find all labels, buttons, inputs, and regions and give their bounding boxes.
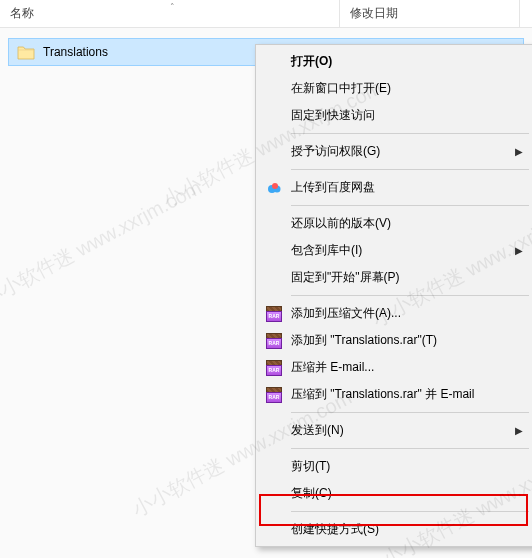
menu-upload-baidu[interactable]: 上传到百度网盘 — [259, 174, 531, 201]
menu-cut[interactable]: 剪切(T) — [259, 453, 531, 480]
menu-copy[interactable]: 复制(C) — [259, 480, 531, 507]
spacer-icon — [263, 484, 285, 504]
rar-icon: RAR — [263, 331, 285, 351]
menu-separator — [291, 448, 529, 449]
spacer-icon — [263, 520, 285, 540]
menu-add-rar[interactable]: RAR 添加到 "Translations.rar"(T) — [259, 327, 531, 354]
column-header-row: 名称 ˄ 修改日期 — [0, 0, 532, 28]
menu-separator — [291, 205, 529, 206]
menu-add-archive[interactable]: RAR 添加到压缩文件(A)... — [259, 300, 531, 327]
spacer-icon — [263, 214, 285, 234]
spacer-icon — [263, 52, 285, 72]
submenu-arrow-icon: ▶ — [515, 245, 523, 256]
submenu-arrow-icon: ▶ — [515, 425, 523, 436]
menu-separator — [291, 169, 529, 170]
spacer-icon — [263, 421, 285, 441]
column-header-name-label: 名称 — [10, 5, 34, 22]
menu-separator — [291, 133, 529, 134]
rar-icon: RAR — [263, 304, 285, 324]
menu-restore-versions[interactable]: 还原以前的版本(V) — [259, 210, 531, 237]
menu-send-to[interactable]: 发送到(N) ▶ — [259, 417, 531, 444]
menu-pin-quick-access[interactable]: 固定到快速访问 — [259, 102, 531, 129]
column-header-date[interactable]: 修改日期 — [340, 0, 520, 27]
rar-icon: RAR — [263, 358, 285, 378]
rar-icon: RAR — [263, 385, 285, 405]
spacer-icon — [263, 142, 285, 162]
menu-create-shortcut[interactable]: 创建快捷方式(S) — [259, 516, 531, 543]
menu-open[interactable]: 打开(O) — [259, 48, 531, 75]
spacer-icon — [263, 457, 285, 477]
menu-include-library[interactable]: 包含到库中(I) ▶ — [259, 237, 531, 264]
menu-separator — [291, 412, 529, 413]
menu-separator — [291, 295, 529, 296]
file-name-label: Translations — [43, 45, 108, 59]
menu-pin-start[interactable]: 固定到"开始"屏幕(P) — [259, 264, 531, 291]
column-header-date-label: 修改日期 — [350, 5, 398, 22]
spacer-icon — [263, 268, 285, 288]
context-menu: 打开(O) 在新窗口中打开(E) 固定到快速访问 授予访问权限(G) ▶ 上传到… — [255, 44, 532, 547]
menu-open-new-window[interactable]: 在新窗口中打开(E) — [259, 75, 531, 102]
menu-grant-access[interactable]: 授予访问权限(G) ▶ — [259, 138, 531, 165]
spacer-icon — [263, 106, 285, 126]
svg-point-2 — [272, 183, 278, 189]
baidu-cloud-icon — [263, 178, 285, 198]
spacer-icon — [263, 79, 285, 99]
menu-compress-email[interactable]: RAR 压缩并 E-mail... — [259, 354, 531, 381]
sort-indicator-icon: ˄ — [170, 2, 175, 12]
menu-separator — [291, 511, 529, 512]
spacer-icon — [263, 241, 285, 261]
folder-icon — [17, 45, 35, 60]
menu-compress-rar-email[interactable]: RAR 压缩到 "Translations.rar" 并 E-mail — [259, 381, 531, 408]
submenu-arrow-icon: ▶ — [515, 146, 523, 157]
